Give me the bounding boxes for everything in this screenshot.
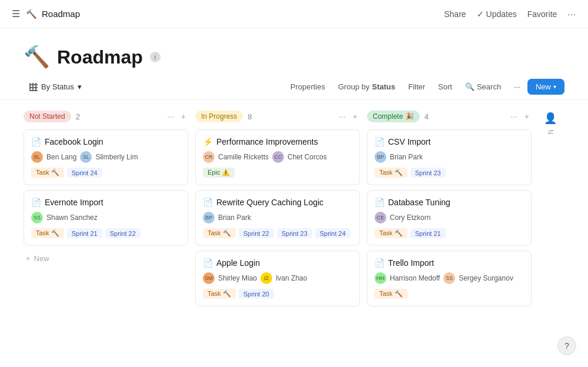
new-chevron: ▾ xyxy=(553,84,556,90)
card-tags-not-started-1: Task 🔨Sprint 21Sprint 22 xyxy=(31,228,181,238)
card-title-row-in-progress-2: 📄Apple Login xyxy=(203,258,352,268)
card-in-progress-0[interactable]: ⚡Performance ImprovementsCRCamille Ricke… xyxy=(195,129,360,185)
column-header-complete: Complete 🎉4···+ xyxy=(367,109,532,124)
group-by-button[interactable]: Group by Status xyxy=(332,79,401,94)
card-complete-2[interactable]: 📄Trello ImportHMHarrison MedoffSSSergey … xyxy=(367,251,532,306)
column-header-not-started: Not Started2···+ xyxy=(24,109,188,124)
nav-title-text: Roadmap xyxy=(42,9,80,19)
new-item-button-not-started[interactable]: + New xyxy=(24,251,188,266)
card-title-row-complete-2: 📄Trello Import xyxy=(375,258,524,268)
card-tags-complete-0: Task 🔨Sprint 23 xyxy=(375,168,524,178)
menu-icon[interactable]: ☰ xyxy=(12,8,20,19)
help-button[interactable]: ? xyxy=(557,336,576,355)
hidden-avatar: 👤 xyxy=(544,112,557,125)
card-title-row-not-started-0: 📄Facebook Login xyxy=(31,137,181,146)
column-not-started: Not Started2···+📄Facebook LoginBLBen Lan… xyxy=(24,109,188,354)
tag-in-progress-2-1: Sprint 20 xyxy=(239,289,274,299)
filter-button[interactable]: Filter xyxy=(402,79,431,94)
new-button[interactable]: New ▾ xyxy=(527,79,564,95)
card-in-progress-1[interactable]: 📄Rewrite Query Caching LogicBPBrian Park… xyxy=(195,190,360,246)
card-title-row-not-started-1: 📄Evernote Import xyxy=(31,198,181,207)
column-badge-not-started: Not Started xyxy=(24,111,71,122)
card-icon: ⚡ xyxy=(203,137,213,146)
card-title-not-started-1: Evernote Import xyxy=(45,198,103,207)
by-status-button[interactable]: By Status ▾ xyxy=(24,79,88,94)
toolbar: By Status ▾ Properties Group by Status F… xyxy=(0,79,588,100)
card-assignees-in-progress-1: BPBrian Park xyxy=(203,212,352,223)
card-title-row-in-progress-1: 📄Rewrite Query Caching Logic xyxy=(203,198,352,207)
favorite-button[interactable]: Favorite xyxy=(527,9,557,19)
tag-in-progress-1-2: Sprint 23 xyxy=(277,228,312,238)
column-add-not-started[interactable]: + xyxy=(179,111,188,122)
avatar: BP xyxy=(375,151,386,163)
plus-icon: + xyxy=(26,254,31,263)
card-in-progress-2[interactable]: 📄Apple LoginSMShirley MiaoIZIvan ZhaoTas… xyxy=(195,251,360,306)
sort-label: Sort xyxy=(438,82,452,91)
properties-button[interactable]: Properties xyxy=(285,79,331,94)
avatar: CE xyxy=(375,212,386,223)
card-complete-1[interactable]: 📄Database TuningCECory EtzkornTask 🔨Spri… xyxy=(367,190,532,246)
doc-icon: 📄 xyxy=(203,258,213,268)
tag-not-started-0-1: Sprint 24 xyxy=(67,168,102,178)
card-title-in-progress-1: Rewrite Query Caching Logic xyxy=(216,198,323,207)
card-tags-not-started-0: Task 🔨Sprint 24 xyxy=(31,168,181,178)
tag-complete-0-0: Task 🔨 xyxy=(375,168,407,178)
card-assignees-complete-2: HMHarrison MedoffSSSergey Surganov xyxy=(375,272,524,284)
column-more-not-started[interactable]: ··· xyxy=(165,111,176,122)
tag-in-progress-1-3: Sprint 24 xyxy=(315,228,350,238)
avatar: BP xyxy=(203,212,215,223)
column-more-in-progress[interactable]: ··· xyxy=(336,111,348,122)
more-options-button[interactable]: ··· xyxy=(567,9,576,19)
nav-title: 🔨 Roadmap xyxy=(26,9,80,19)
info-icon[interactable]: i xyxy=(150,52,161,62)
board: Not Started2···+📄Facebook LoginBLBen Lan… xyxy=(0,100,588,363)
avatar-name: Ivan Zhao xyxy=(276,274,307,282)
card-assignees-not-started-0: BLBen LangSLSlimberly Lim xyxy=(31,151,181,163)
column-count-not-started: 2 xyxy=(76,112,80,121)
column-badge-in-progress: In Progress xyxy=(195,111,243,122)
card-title-row-complete-1: 📄Database Tuning xyxy=(375,198,524,207)
tag-complete-1-0: Task 🔨 xyxy=(375,228,407,238)
group-by-label: Group by xyxy=(338,82,369,91)
tag-not-started-0-0: Task 🔨 xyxy=(31,168,64,178)
card-tags-in-progress-0: Epic ⚠️ xyxy=(203,168,352,178)
card-assignees-not-started-1: SSShawn Sanchez xyxy=(31,212,181,223)
avatar-name: Slimberly Lim xyxy=(95,153,138,161)
search-icon: 🔍 xyxy=(465,82,475,91)
card-not-started-0[interactable]: 📄Facebook LoginBLBen LangSLSlimberly Lim… xyxy=(24,129,188,185)
updates-button[interactable]: Updates xyxy=(477,9,517,19)
avatar-name: Cory Etzkorn xyxy=(390,213,430,222)
filter-label: Filter xyxy=(408,82,425,91)
column-add-complete[interactable]: + xyxy=(522,111,532,122)
card-title-complete-2: Trello Import xyxy=(388,258,434,268)
card-assignees-complete-0: BPBrian Park xyxy=(375,151,524,163)
column-complete: Complete 🎉4···+📄CSV ImportBPBrian ParkTa… xyxy=(367,109,532,354)
avatar-name: Ben Lang xyxy=(46,153,76,161)
tag-in-progress-0-0: Epic ⚠️ xyxy=(203,168,235,178)
column-count-in-progress: 8 xyxy=(248,112,252,121)
card-assignees-in-progress-2: SMShirley MiaoIZIvan Zhao xyxy=(203,272,352,284)
nav-right: Share Updates Favorite ··· xyxy=(444,9,576,19)
card-not-started-1[interactable]: 📄Evernote ImportSSShawn SanchezTask 🔨Spr… xyxy=(24,190,188,246)
new-item-label: New xyxy=(34,254,49,263)
sort-button[interactable]: Sort xyxy=(432,79,458,94)
avatar: SM xyxy=(203,272,215,284)
tag-not-started-1-2: Sprint 22 xyxy=(105,228,141,238)
card-tags-in-progress-2: Task 🔨Sprint 20 xyxy=(203,289,352,299)
tag-complete-1-1: Sprint 21 xyxy=(410,228,446,238)
toolbar-more-button[interactable]: ··· xyxy=(508,79,526,94)
card-complete-0[interactable]: 📄CSV ImportBPBrian ParkTask 🔨Sprint 23 xyxy=(367,129,532,185)
tag-not-started-1-1: Sprint 21 xyxy=(67,228,102,238)
column-header-in-progress: In Progress8···+ xyxy=(195,109,360,124)
column-add-in-progress[interactable]: + xyxy=(350,111,360,122)
column-more-complete[interactable]: ··· xyxy=(508,111,520,122)
search-label: Search xyxy=(477,82,501,91)
column-badge-complete: Complete 🎉 xyxy=(367,111,420,122)
nav-left: ☰ 🔨 Roadmap xyxy=(12,8,80,19)
card-title-complete-0: CSV Import xyxy=(388,137,430,146)
tag-complete-0-1: Sprint 23 xyxy=(410,168,446,178)
tag-not-started-1-0: Task 🔨 xyxy=(31,228,64,238)
share-button[interactable]: Share xyxy=(444,9,466,19)
avatar: SL xyxy=(80,151,92,163)
search-button[interactable]: 🔍 Search xyxy=(459,79,507,94)
